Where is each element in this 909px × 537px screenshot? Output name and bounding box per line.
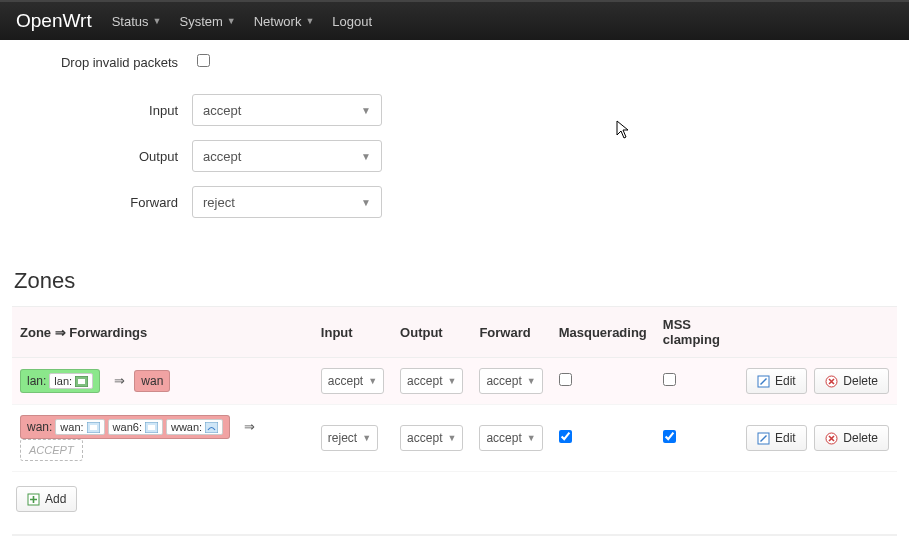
- edit-icon: [757, 375, 770, 388]
- nav-status-label: Status: [112, 14, 149, 29]
- wifi-icon: [205, 422, 218, 433]
- col-mss: MSS clamping: [655, 307, 734, 358]
- btn-label: Delete: [843, 431, 878, 445]
- delete-button[interactable]: Delete: [814, 425, 889, 451]
- edit-button[interactable]: Edit: [746, 368, 807, 394]
- zone-chip-wan: wan: wan: wan6: wwan:: [20, 415, 230, 439]
- forward-label: Forward: [12, 195, 192, 210]
- select-value: reject: [328, 431, 357, 445]
- fwd-target: wan: [141, 374, 163, 388]
- arrow-icon: ⇒: [114, 373, 125, 388]
- select-value: accept: [486, 374, 521, 388]
- iface-label: wan6:: [113, 421, 142, 433]
- input-select[interactable]: accept ▼: [192, 94, 382, 126]
- edit-icon: [757, 432, 770, 445]
- drop-invalid-checkbox[interactable]: [197, 54, 210, 67]
- nav-system-label: System: [179, 14, 222, 29]
- brand: OpenWrt: [16, 10, 92, 32]
- iface-wan6: wan6:: [108, 419, 163, 435]
- caret-down-icon: ▼: [227, 16, 236, 26]
- select-value: accept: [407, 431, 442, 445]
- zone-output-select[interactable]: accept▼: [400, 368, 463, 394]
- svg-rect-7: [148, 425, 155, 430]
- caret-down-icon: ▼: [361, 105, 371, 116]
- delete-button[interactable]: Delete: [814, 368, 889, 394]
- svg-rect-1: [78, 379, 85, 384]
- col-input: Input: [313, 307, 392, 358]
- caret-down-icon: ▼: [447, 433, 456, 443]
- caret-down-icon: ▼: [305, 16, 314, 26]
- iface-wan: wan:: [55, 419, 104, 435]
- add-icon: [27, 493, 40, 506]
- output-label: Output: [12, 149, 192, 164]
- caret-down-icon: ▼: [153, 16, 162, 26]
- input-select-value: accept: [203, 103, 241, 118]
- col-masq: Masquerading: [551, 307, 655, 358]
- nav-status[interactable]: Status▼: [112, 14, 162, 29]
- col-zone: Zone ⇒ Forwardings: [12, 307, 313, 358]
- output-select[interactable]: accept ▼: [192, 140, 382, 172]
- select-value: accept: [407, 374, 442, 388]
- zone-row-lan: lan: lan: ⇒ wan accept▼ accept▼ accept▼: [12, 358, 897, 405]
- arrow-icon: ⇒: [244, 419, 255, 434]
- zone-masq-checkbox[interactable]: [559, 430, 572, 443]
- delete-icon: [825, 375, 838, 388]
- nav-logout[interactable]: Logout: [332, 14, 372, 29]
- ethernet-icon: [87, 422, 100, 433]
- caret-down-icon: ▼: [527, 376, 536, 386]
- col-output: Output: [392, 307, 471, 358]
- zone-output-select[interactable]: accept▼: [400, 425, 463, 451]
- nav-system[interactable]: System▼: [179, 14, 235, 29]
- zone-chip-wan-target: wan: [134, 370, 170, 392]
- output-select-value: accept: [203, 149, 241, 164]
- input-label: Input: [12, 103, 192, 118]
- zone-name: lan:: [27, 374, 46, 388]
- fwd-accept-placeholder: ACCEPT: [20, 439, 83, 461]
- iface-wwan: wwan:: [166, 419, 223, 435]
- nav-logout-label: Logout: [332, 14, 372, 29]
- btn-label: Add: [45, 492, 66, 506]
- footer-separator: [12, 534, 897, 536]
- caret-down-icon: ▼: [527, 433, 536, 443]
- drop-invalid-label: Drop invalid packets: [12, 55, 192, 70]
- ethernet-icon: [75, 376, 88, 387]
- iface-lan: lan:: [49, 373, 93, 389]
- caret-down-icon: ▼: [368, 376, 377, 386]
- zone-row-wan: wan: wan: wan6: wwan:: [12, 405, 897, 472]
- iface-label: wan:: [60, 421, 83, 433]
- nav-network[interactable]: Network▼: [254, 14, 315, 29]
- zones-table: Zone ⇒ Forwardings Input Output Forward …: [12, 306, 897, 472]
- btn-label: Edit: [775, 374, 796, 388]
- delete-icon: [825, 432, 838, 445]
- select-value: accept: [486, 431, 521, 445]
- forward-select[interactable]: reject ▼: [192, 186, 382, 218]
- caret-down-icon: ▼: [361, 197, 371, 208]
- zones-heading: Zones: [12, 268, 897, 294]
- forward-select-value: reject: [203, 195, 235, 210]
- zone-mss-checkbox[interactable]: [663, 430, 676, 443]
- zone-chip-lan: lan: lan:: [20, 369, 100, 393]
- btn-label: Edit: [775, 431, 796, 445]
- iface-label: wwan:: [171, 421, 202, 433]
- zone-input-select[interactable]: accept▼: [321, 368, 384, 394]
- edit-button[interactable]: Edit: [746, 425, 807, 451]
- zone-forward-select[interactable]: accept▼: [479, 425, 542, 451]
- zone-input-select[interactable]: reject▼: [321, 425, 378, 451]
- col-forward: Forward: [471, 307, 550, 358]
- ethernet-icon: [145, 422, 158, 433]
- add-button[interactable]: Add: [16, 486, 77, 512]
- caret-down-icon: ▼: [361, 151, 371, 162]
- zone-name: wan:: [27, 420, 52, 434]
- caret-down-icon: ▼: [362, 433, 371, 443]
- nav-network-label: Network: [254, 14, 302, 29]
- zone-masq-checkbox[interactable]: [559, 373, 572, 386]
- btn-label: Delete: [843, 374, 878, 388]
- iface-label: lan:: [54, 375, 72, 387]
- zone-forward-select[interactable]: accept▼: [479, 368, 542, 394]
- caret-down-icon: ▼: [447, 376, 456, 386]
- svg-rect-5: [90, 425, 97, 430]
- select-value: accept: [328, 374, 363, 388]
- zone-mss-checkbox[interactable]: [663, 373, 676, 386]
